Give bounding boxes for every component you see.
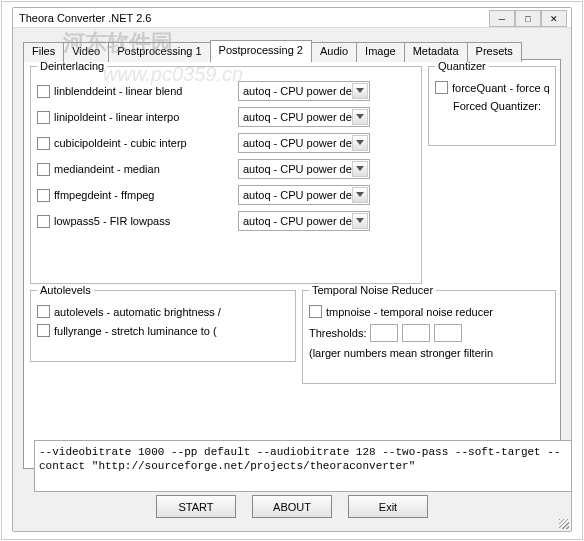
- chevron-down-icon: [352, 213, 368, 229]
- mediandeint-checkbox[interactable]: [37, 163, 50, 176]
- command-line-output[interactable]: --videobitrate 1000 --pp default --audio…: [34, 440, 572, 492]
- lowpass5-checkbox[interactable]: [37, 215, 50, 228]
- forcequant-checkbox[interactable]: [435, 81, 448, 94]
- tab-presets[interactable]: Presets: [467, 42, 522, 62]
- chevron-down-icon: [352, 135, 368, 151]
- ffmpegdeint-combo[interactable]: autoq - CPU power de: [238, 185, 370, 205]
- lowpass5-combo[interactable]: autoq - CPU power de: [238, 211, 370, 231]
- linblenddeint-label: linblenddeint - linear blend: [54, 85, 234, 97]
- thresholds-label: Thresholds:: [309, 327, 366, 339]
- linipoldeint-label: linipoldeint - linear interpo: [54, 111, 234, 123]
- threshold1-input[interactable]: [370, 324, 398, 342]
- start-button[interactable]: START: [156, 495, 236, 518]
- maximize-button[interactable]: □: [515, 10, 541, 27]
- forcequant-label: forceQuant - force quan: [452, 82, 549, 94]
- tab-files[interactable]: Files: [23, 42, 64, 62]
- window-title: Theora Converter .NET 2.6: [19, 12, 151, 24]
- ffmpegdeint-label: ffmpegdeint - ffmpeg: [54, 189, 234, 201]
- autolevels-checkbox[interactable]: [37, 305, 50, 318]
- chevron-down-icon: [352, 109, 368, 125]
- autolevels-group-title: Autolevels: [37, 284, 94, 296]
- threshold2-input[interactable]: [402, 324, 430, 342]
- close-button[interactable]: ✕: [541, 10, 567, 27]
- lowpass5-label: lowpass5 - FIR lowpass: [54, 215, 234, 227]
- tab-image[interactable]: Image: [356, 42, 405, 62]
- cubicipoldeint-checkbox[interactable]: [37, 137, 50, 150]
- autolevels-label: autolevels - automatic brightness /: [54, 306, 284, 318]
- chevron-down-icon: [352, 161, 368, 177]
- tab-metadata[interactable]: Metadata: [404, 42, 468, 62]
- linipoldeint-checkbox[interactable]: [37, 111, 50, 124]
- fullyrange-label: fullyrange - stretch luminance to (: [54, 325, 284, 337]
- fullyrange-checkbox[interactable]: [37, 324, 50, 337]
- minimize-button[interactable]: ─: [489, 10, 515, 27]
- cubicipoldeint-combo[interactable]: autoq - CPU power de: [238, 133, 370, 153]
- exit-button[interactable]: Exit: [348, 495, 428, 518]
- tmpnoise-label: tmpnoise - temporal noise reducer: [326, 306, 493, 318]
- chevron-down-icon: [352, 83, 368, 99]
- tab-audio[interactable]: Audio: [311, 42, 357, 62]
- about-button[interactable]: ABOUT: [252, 495, 332, 518]
- tab-video[interactable]: Video: [63, 42, 109, 62]
- linblenddeint-combo[interactable]: autoq - CPU power de: [238, 81, 370, 101]
- linipoldeint-combo[interactable]: autoq - CPU power de: [238, 107, 370, 127]
- tab-postprocessing2[interactable]: Postprocessing 2: [210, 40, 312, 60]
- linblenddeint-checkbox[interactable]: [37, 85, 50, 98]
- cubicipoldeint-label: cubicipoldeint - cubic interp: [54, 137, 234, 149]
- forced-quantizer-label: Forced Quantizer:: [453, 100, 549, 112]
- tab-postprocessing1[interactable]: Postprocessing 1: [108, 42, 210, 62]
- tmpnoise-checkbox[interactable]: [309, 305, 322, 318]
- resize-grip[interactable]: [557, 517, 571, 531]
- mediandeint-label: mediandeint - median: [54, 163, 234, 175]
- ffmpegdeint-checkbox[interactable]: [37, 189, 50, 202]
- chevron-down-icon: [352, 187, 368, 203]
- tnr-note: (larger numbers mean stronger filterin: [309, 347, 549, 359]
- tnr-group-title: Temporal Noise Reducer: [309, 284, 436, 296]
- threshold3-input[interactable]: [434, 324, 462, 342]
- mediandeint-combo[interactable]: autoq - CPU power de: [238, 159, 370, 179]
